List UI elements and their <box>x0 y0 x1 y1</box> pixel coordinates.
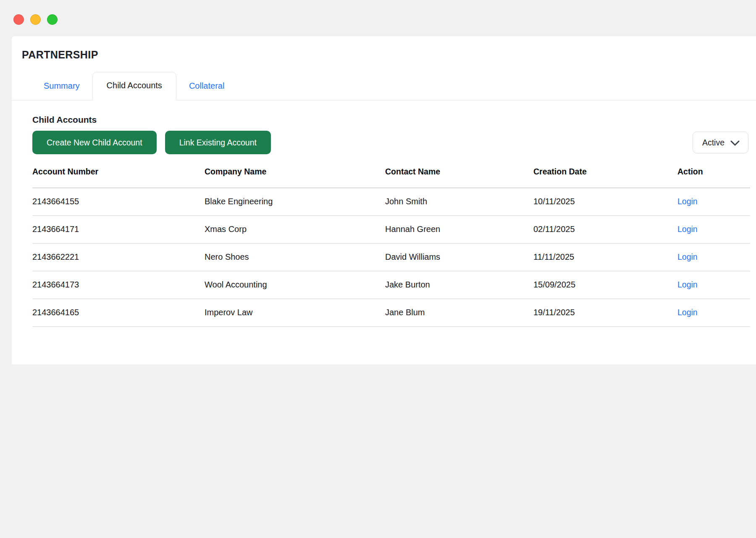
chevron-down-icon <box>730 140 740 146</box>
toolbar: Create New Child Account Link Existing A… <box>32 131 750 154</box>
window-controls <box>13 14 58 25</box>
column-header-contact-name: Contact Name <box>385 161 533 188</box>
cell-creation-date: 11/11/2025 <box>533 243 677 271</box>
status-filter-value: Active <box>702 138 724 148</box>
cell-contact-name: Hannah Green <box>385 216 533 243</box>
tab-collateral[interactable]: Collateral <box>176 73 237 100</box>
table-row: 2143664165 Imperov Law Jane Blum 19/11/2… <box>32 299 750 327</box>
accounts-table-body: 2143664155 Blake Engineering John Smith … <box>32 188 750 327</box>
section-heading: Child Accounts <box>32 115 750 125</box>
tab-summary[interactable]: Summary <box>31 73 92 100</box>
cell-account-number: 2143664171 <box>32 216 205 243</box>
cell-account-number: 2143664165 <box>32 299 205 327</box>
cell-company-name: Wool Accounting <box>205 271 385 299</box>
page-title: PARTNERSHIP <box>12 36 756 61</box>
cell-account-number: 2143662221 <box>32 243 205 271</box>
minimize-window-icon[interactable] <box>30 14 41 25</box>
table-row: 2143662221 Nero Shoes David Williams 11/… <box>32 243 750 271</box>
cell-creation-date: 19/11/2025 <box>533 299 677 327</box>
table-row: 2143664171 Xmas Corp Hannah Green 02/11/… <box>32 216 750 243</box>
cell-company-name: Xmas Corp <box>205 216 385 243</box>
tab-bar: Summary Child Accounts Collateral <box>12 72 756 100</box>
login-link[interactable]: Login <box>677 197 698 206</box>
cell-contact-name: Jane Blum <box>385 299 533 327</box>
cell-contact-name: John Smith <box>385 188 533 216</box>
column-header-account-number: Account Number <box>32 161 205 188</box>
login-link[interactable]: Login <box>677 224 698 234</box>
cell-company-name: Nero Shoes <box>205 243 385 271</box>
column-header-company-name: Company Name <box>205 161 385 188</box>
column-header-action: Action <box>677 161 750 188</box>
table-row: 2143664155 Blake Engineering John Smith … <box>32 188 750 216</box>
child-accounts-table: Account Number Company Name Contact Name… <box>32 161 750 327</box>
login-link[interactable]: Login <box>677 252 698 261</box>
create-new-child-account-button[interactable]: Create New Child Account <box>32 131 157 154</box>
cell-account-number: 2143664173 <box>32 271 205 299</box>
cell-account-number: 2143664155 <box>32 188 205 216</box>
cell-creation-date: 10/11/2025 <box>533 188 677 216</box>
login-link[interactable]: Login <box>677 308 698 317</box>
app-window: PARTNERSHIP Summary Child Accounts Colla… <box>12 36 756 364</box>
tab-child-accounts[interactable]: Child Accounts <box>92 72 176 100</box>
table-header: Account Number Company Name Contact Name… <box>32 161 750 188</box>
zoom-window-icon[interactable] <box>47 14 58 25</box>
table-row: 2143664173 Wool Accounting Jake Burton 1… <box>32 271 750 299</box>
close-window-icon[interactable] <box>13 14 24 25</box>
login-link[interactable]: Login <box>677 280 698 289</box>
column-header-creation-date: Creation Date <box>533 161 677 188</box>
link-existing-account-button[interactable]: Link Existing Account <box>165 131 271 154</box>
cell-company-name: Imperov Law <box>205 299 385 327</box>
cell-company-name: Blake Engineering <box>205 188 385 216</box>
cell-creation-date: 02/11/2025 <box>533 216 677 243</box>
status-filter-dropdown[interactable]: Active <box>693 132 748 153</box>
cell-creation-date: 15/09/2025 <box>533 271 677 299</box>
cell-contact-name: David Williams <box>385 243 533 271</box>
tab-panel-child-accounts: Child Accounts Create New Child Account … <box>12 115 756 327</box>
cell-contact-name: Jake Burton <box>385 271 533 299</box>
